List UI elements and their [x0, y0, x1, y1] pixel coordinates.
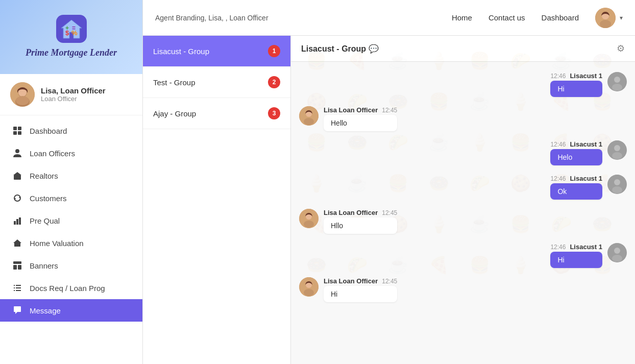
sidebar-item-banners[interactable]: Banners [0, 254, 142, 277]
sidebar-item-loan-officers[interactable]: Loan Officers [0, 142, 142, 164]
message-meta: Lisacust 1 12:46 [550, 140, 602, 148]
message-sender: Lisacust 1 [570, 175, 602, 182]
sidebar-item-label: Docs Req / Loan Prog [30, 284, 105, 293]
sidebar-item-label: Customers [30, 194, 67, 203]
sync-icon [12, 193, 22, 203]
message-sender: Lisacust 1 [570, 72, 602, 80]
home-icon [12, 238, 22, 248]
message-sender: Lisa Loan Officer [324, 209, 378, 216]
message-bubble: Ok [550, 183, 602, 200]
message-content: Lisacust 1 12:46 Ok [550, 175, 602, 200]
svg-text:+: + [65, 25, 69, 32]
user-role: Loan Officer [41, 95, 106, 103]
avatar [607, 72, 627, 91]
group-label: Lisacust - Group [153, 47, 209, 56]
list-icon [12, 283, 22, 293]
svg-point-95 [304, 221, 314, 228]
svg-rect-17 [14, 221, 16, 225]
message-bubble: Helo [550, 149, 602, 165]
svg-rect-19 [19, 217, 21, 225]
message-time: 12:46 [550, 141, 566, 148]
message-time: 12:46 [550, 244, 566, 251]
sidebar-item-customers[interactable]: Customers [0, 187, 142, 209]
sidebar-item-label: Loan Officers [30, 149, 75, 158]
nav-home[interactable]: Home [452, 13, 472, 22]
svg-point-82 [614, 77, 620, 83]
svg-rect-22 [13, 265, 17, 270]
user-info: Lisa, Loan Officer Loan Officer [41, 86, 106, 103]
group-item-ajay[interactable]: Ajay - Group 3 [143, 98, 290, 129]
sidebar-item-label: Dashboard [30, 127, 67, 135]
svg-rect-25 [16, 285, 21, 286]
user-name: Lisa, Loan Officer [41, 86, 106, 95]
sidebar-nav: Dashboard Loan Officers Realtors [0, 115, 142, 364]
group-item-lisacust[interactable]: Lisacust - Group 1 [143, 36, 290, 67]
svg-point-88 [614, 145, 620, 151]
message-meta: Lisa Loan Officer 12:45 [324, 106, 397, 114]
main-content: Agent Branding, Lisa, , Loan Officer Hom… [143, 0, 635, 364]
sidebar-item-realtors[interactable]: Realtors [0, 164, 142, 187]
svg-rect-23 [18, 265, 21, 270]
bar-chart-icon [12, 215, 22, 226]
message-content: Lisacust 1 12:46 Hi [550, 72, 602, 97]
group-badge: 3 [268, 107, 280, 119]
avatar [607, 175, 627, 194]
sidebar-item-label: Home Valuation [30, 239, 84, 248]
message-row: Lisa Loan Officer 12:45 Hello [299, 106, 627, 131]
message-meta: Lisa Loan Officer 12:45 [324, 209, 397, 216]
nav-contact[interactable]: Contact us [489, 13, 525, 22]
group-item-test[interactable]: Test - Group 2 [143, 67, 290, 98]
svg-rect-26 [14, 287, 15, 288]
top-nav: Agent Branding, Lisa, , Loan Officer Hom… [143, 0, 635, 36]
avatar [10, 82, 35, 107]
svg-rect-16 [16, 177, 18, 180]
logo-icon: $ % + = [56, 15, 87, 43]
message-bubble: Hi [324, 286, 397, 302]
top-nav-user[interactable]: ▾ [595, 8, 623, 28]
message-time: 12:45 [382, 209, 397, 216]
svg-point-83 [612, 84, 622, 91]
svg-rect-29 [16, 290, 21, 291]
svg-rect-27 [16, 287, 21, 288]
sidebar-item-label: Banners [30, 261, 58, 270]
message-sender: Lisacust 1 [570, 243, 602, 251]
sidebar-item-docs-req[interactable]: Docs Req / Loan Prog [0, 277, 142, 299]
message-sender: Lisacust 1 [570, 140, 602, 148]
svg-point-91 [614, 179, 620, 185]
person-icon [12, 148, 22, 158]
message-sender: Lisa Loan Officer [324, 106, 378, 114]
message-row: Lisacust 1 12:46 Hi [299, 243, 627, 268]
message-row: Lisa Loan Officer 12:45 Hi [299, 277, 627, 302]
message-bubble: Hi [550, 81, 602, 97]
message-row: Lisacust 1 12:46 Hi [299, 72, 627, 97]
message-meta: Lisacust 1 12:46 [550, 72, 602, 80]
svg-rect-11 [18, 127, 21, 130]
svg-point-92 [612, 186, 622, 193]
svg-text:=: = [72, 25, 76, 32]
sidebar-item-label: Pre Qual [30, 216, 60, 225]
svg-point-98 [612, 255, 622, 262]
message-content: Lisa Loan Officer 12:45 Hi [324, 277, 397, 302]
sidebar-item-label: Message [30, 306, 61, 315]
sidebar-item-pre-qual[interactable]: Pre Qual [0, 209, 142, 232]
group-badge: 1 [268, 45, 280, 57]
svg-point-101 [304, 289, 314, 296]
avatar [607, 140, 627, 160]
svg-point-89 [612, 152, 622, 159]
svg-rect-21 [13, 261, 21, 264]
nav-dashboard[interactable]: Dashboard [542, 13, 579, 22]
svg-rect-28 [14, 290, 15, 291]
sidebar-item-message[interactable]: Message [0, 299, 142, 322]
message-time: 12:45 [382, 278, 397, 285]
sidebar-item-home-valuation[interactable]: Home Valuation [0, 232, 142, 254]
svg-rect-13 [18, 131, 21, 135]
dropdown-arrow[interactable]: ▾ [620, 14, 623, 21]
svg-rect-10 [13, 127, 17, 130]
app-title: Prime Mortgage Lender [26, 47, 117, 59]
avatar [299, 209, 319, 228]
message-row: Lisa Loan Officer 12:45 Hllo [299, 209, 627, 234]
chat-area: Lisacust - Group 1 Test - Group 2 Ajay -… [143, 36, 635, 364]
sidebar: $ % + = Prime Mortgage Lender [0, 0, 143, 364]
top-nav-links: Home Contact us Dashboard ▾ [452, 8, 623, 28]
sidebar-item-dashboard[interactable]: Dashboard [0, 119, 142, 142]
